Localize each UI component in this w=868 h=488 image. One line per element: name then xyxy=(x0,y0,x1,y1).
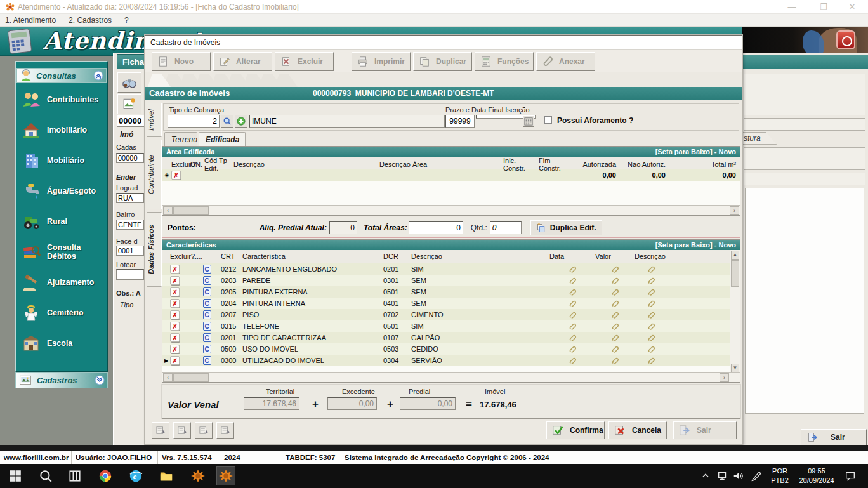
internet-explorer-icon[interactable] xyxy=(127,467,145,485)
data-attachment-icon[interactable] xyxy=(569,277,577,285)
toolbar-button[interactable]: Alterar xyxy=(213,52,272,71)
sidebar-group-cadastros[interactable]: Cadastros xyxy=(15,372,108,388)
caracteristica-type-icon[interactable]: C xyxy=(203,322,211,331)
table-row[interactable]: ✗ C 0203 PAREDE 0301 SEM xyxy=(162,275,740,286)
toolbar-button[interactable]: Imprimir xyxy=(352,52,411,71)
data-attachment-icon[interactable] xyxy=(569,357,577,365)
data-attachment-icon[interactable] xyxy=(569,345,577,353)
delete-row-icon[interactable]: ✗ xyxy=(170,310,180,319)
delete-row-icon[interactable]: ✗ xyxy=(170,299,180,308)
table-row[interactable]: ✗ C 0201 TIPO DE CARACTERIZAA 0107 GALPÃ… xyxy=(162,332,740,343)
delete-row-icon[interactable]: ✗ xyxy=(171,171,181,180)
valor-attachment-icon[interactable] xyxy=(611,357,619,365)
loteamento-field[interactable] xyxy=(116,269,144,280)
face-field[interactable]: 0001 xyxy=(116,246,144,256)
delete-row-icon[interactable]: ✗ xyxy=(170,287,180,296)
data-attachment-icon[interactable] xyxy=(569,311,577,319)
cancela-button[interactable]: Cancela xyxy=(608,421,667,439)
table-row[interactable]: ✗ C 0500 USO DO IMOVEL 0503 CEDIDO xyxy=(162,343,740,355)
fiorilli-app-active-icon[interactable] xyxy=(217,467,235,485)
valor-attachment-icon[interactable] xyxy=(611,322,619,331)
data-attachment-icon[interactable] xyxy=(569,334,577,342)
valor-attachment-icon[interactable] xyxy=(611,288,619,296)
record-number-field[interactable]: 00000 xyxy=(117,115,145,127)
tray-chevron-up-icon[interactable] xyxy=(699,467,712,485)
search-record-button[interactable] xyxy=(117,72,141,93)
bairro-field[interactable]: CENTE xyxy=(116,220,144,230)
sidebar-item[interactable]: Cemitério xyxy=(16,298,107,328)
delete-row-icon[interactable]: ✗ xyxy=(170,265,180,274)
descricao-attachment-icon[interactable] xyxy=(647,334,655,342)
area-edificada-row[interactable]: ✳ ✗ 0,00 0,00 0,00 xyxy=(162,169,740,181)
image-record-button[interactable] xyxy=(117,94,141,114)
duplica-edif-button[interactable]: Duplica Edif. xyxy=(530,220,602,235)
table-row[interactable]: ✗ C 0300 UTILIZACAO DO IMOVEL 0304 SERVI… xyxy=(162,355,740,366)
tab-ficha[interactable]: Ficha xyxy=(117,54,147,69)
scroll-up-icon[interactable]: ▲ xyxy=(731,251,739,260)
tab-postura-bg[interactable]: stura xyxy=(741,132,777,145)
caracteristica-type-icon[interactable]: C xyxy=(203,265,211,274)
clock[interactable]: 09:5520/09/2024 xyxy=(795,466,838,485)
start-button-icon[interactable] xyxy=(6,467,24,485)
network-icon[interactable] xyxy=(716,467,730,485)
menu-item[interactable]: 1. Atendimento xyxy=(0,15,63,25)
restore-button[interactable]: ❐ xyxy=(814,1,833,13)
search-button[interactable] xyxy=(221,115,233,128)
logradouro-field[interactable]: RUA xyxy=(116,193,144,203)
table-row[interactable]: ✗ C 0315 TELEFONE 0501 SIM xyxy=(162,320,740,332)
valor-attachment-icon[interactable] xyxy=(611,300,619,308)
sidebar-item[interactable]: Escola xyxy=(16,328,107,359)
table-row[interactable]: ✗ C 0204 PINTURA INTERNA 0401 SEM xyxy=(162,298,740,309)
record-nav-first-button[interactable] xyxy=(152,422,169,439)
delete-row-icon[interactable]: ✗ xyxy=(170,356,180,365)
table-row[interactable]: ✗ C 0212 LANCAMENTO ENGLOBADO 0201 SIM xyxy=(162,263,740,275)
task-view-icon[interactable] xyxy=(66,467,84,485)
file-explorer-icon[interactable] xyxy=(157,467,175,485)
cobranca-codigo-field[interactable]: 2 xyxy=(168,115,220,128)
toolbar-button[interactable]: Funções xyxy=(475,52,534,71)
descricao-attachment-icon[interactable] xyxy=(647,300,655,308)
scroll-left-icon[interactable]: ‹ xyxy=(163,373,173,382)
sair-button-bg[interactable]: Sair xyxy=(801,429,867,445)
descricao-attachment-icon[interactable] xyxy=(647,265,655,274)
table-row[interactable]: ✗ C 0207 PISO 0702 CIMENTO xyxy=(162,309,740,320)
horizontal-scrollbar[interactable]: ‹ › xyxy=(162,372,740,382)
toolbar-button[interactable]: Duplicar xyxy=(413,52,472,71)
data-attachment-icon[interactable] xyxy=(569,322,577,331)
caracteristica-type-icon[interactable]: C xyxy=(203,276,211,285)
valor-attachment-icon[interactable] xyxy=(611,311,619,319)
sidebar-item[interactable]: Água/Esgoto xyxy=(16,176,107,206)
confirma-button[interactable]: Confirma xyxy=(546,421,605,439)
cobranca-descricao-field[interactable]: IMUNE xyxy=(249,115,445,128)
sidebar-item[interactable]: Contribuintes xyxy=(16,84,107,115)
horizontal-scrollbar[interactable]: ‹ › xyxy=(162,205,740,215)
descricao-attachment-icon[interactable] xyxy=(647,322,655,331)
valor-attachment-icon[interactable] xyxy=(611,345,619,353)
sidebar-item[interactable]: Imobiliário xyxy=(16,115,107,145)
sub-tab-terreno[interactable]: Terreno xyxy=(164,132,197,146)
add-button[interactable] xyxy=(235,115,247,128)
tab-imovel-bg[interactable]: Imó xyxy=(120,130,133,139)
descricao-attachment-icon[interactable] xyxy=(647,277,655,285)
toolbar-button[interactable]: Anexar xyxy=(536,52,595,71)
language-indicator[interactable]: PORPTB2 xyxy=(766,466,793,485)
minimize-button[interactable]: — xyxy=(782,1,801,13)
cadastro-field[interactable]: 00000 xyxy=(116,153,144,163)
scroll-thumb[interactable] xyxy=(173,206,209,215)
scroll-thumb[interactable] xyxy=(731,260,739,287)
dialog-tab[interactable] xyxy=(275,74,298,87)
side-tab-dados-fisicos[interactable]: Dados Físicos xyxy=(147,212,162,287)
vertical-scrollbar[interactable]: ▲ ▼ xyxy=(730,250,740,373)
fiorilli-app-icon[interactable] xyxy=(189,467,207,485)
menu-item[interactable]: 2. Cadastros xyxy=(63,15,119,25)
menu-item[interactable]: ? xyxy=(119,15,136,25)
close-button[interactable]: ✕ xyxy=(843,1,862,13)
table-row[interactable]: ✗ C 0205 PINTURA EXTERNA 0501 SEM xyxy=(162,286,740,298)
side-tab-imovel[interactable]: Imóvel xyxy=(147,103,162,137)
valor-attachment-icon[interactable] xyxy=(611,265,619,274)
caracteristica-type-icon[interactable]: C xyxy=(203,287,211,296)
data-attachment-icon[interactable] xyxy=(569,300,577,308)
qtd-field[interactable]: 0 xyxy=(490,221,522,234)
caracteristica-type-icon[interactable]: C xyxy=(203,310,211,319)
calendar-button[interactable] xyxy=(523,115,534,127)
